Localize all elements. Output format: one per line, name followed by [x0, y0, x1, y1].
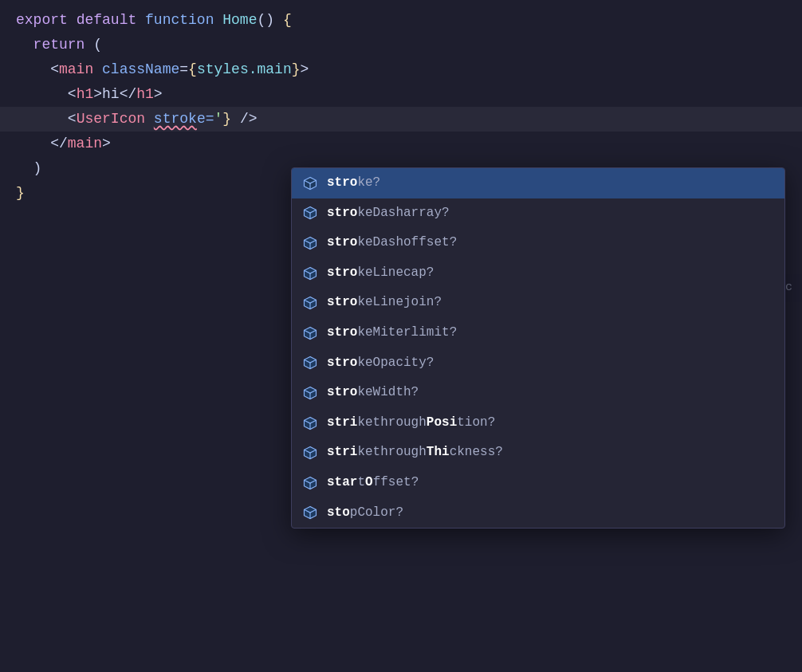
token-return: return	[16, 34, 93, 56]
token-space1	[93, 59, 102, 81]
item-match-bold-12: stopColor?	[327, 503, 403, 524]
item-match-bold-6: strokeMiterlimit?	[327, 323, 457, 344]
token-stroke-attr2: e=	[197, 108, 214, 130]
item-match-bold-10: strikethroughThickness?	[327, 442, 503, 463]
token-selfclose: />	[231, 108, 257, 130]
token-gt2: >	[154, 84, 163, 105]
autocomplete-item-strokedasharray[interactable]: strokeDasharray?	[292, 198, 784, 229]
token-space2	[145, 108, 154, 130]
autocomplete-dropdown[interactable]: stroke? strokeDasharray? strokeDasho	[291, 167, 785, 529]
item-match-bold-8: strokeWidth?	[327, 383, 419, 403]
autocomplete-item-strokedashoffset[interactable]: strokeDashoffset?	[292, 228, 784, 258]
autocomplete-item-stroke[interactable]: stroke?	[292, 168, 784, 198]
code-editor[interactable]: export default function Home() { return …	[0, 0, 802, 672]
token-brace: {	[274, 10, 292, 31]
token-styles-main: styles.main	[197, 59, 292, 81]
token-brace-final: }	[16, 183, 25, 204]
token-quote: '	[214, 108, 222, 130]
token-function: function	[145, 10, 222, 31]
token-gt4: >	[102, 133, 111, 155]
token-stroke-attr: strok	[154, 108, 197, 130]
cube-icon-12	[301, 504, 319, 521]
item-match-bold-5: strokeLinejoin?	[327, 293, 442, 313]
cube-icon-7	[301, 354, 319, 371]
code-line-6: </main>	[0, 132, 802, 156]
code-line-4: <h1>hi</h1>	[0, 82, 802, 107]
token-paren: ()	[257, 10, 274, 31]
code-line-3: <main className={styles.main}>	[0, 57, 802, 82]
code-line-5: <UserIcon stroke='} /> You, now • Uncomm…	[0, 107, 802, 132]
cube-icon-4	[301, 265, 319, 282]
cube-icon-11	[301, 474, 319, 492]
item-match-bold-3: strokeDashoffset?	[327, 233, 457, 253]
token-main-close: main	[68, 133, 102, 155]
token-lt3: <	[16, 108, 77, 130]
item-match-bold-9: strikethroughPosition?	[327, 413, 495, 434]
token-default: default	[77, 10, 145, 31]
code-line-1: export default function Home() {	[0, 8, 802, 33]
cube-icon-10	[301, 444, 319, 462]
token-eq1: =	[179, 59, 188, 81]
autocomplete-item-strikethroughposition[interactable]: strikethroughPosition?	[292, 408, 784, 438]
autocomplete-item-strokelinejoin[interactable]: strokeLinejoin?	[292, 288, 784, 318]
item-match-bold-11: startOffset?	[327, 473, 419, 493]
token-lt1: <	[16, 59, 59, 81]
token-funcname: Home	[222, 10, 257, 31]
cube-icon-1	[301, 175, 319, 192]
token-paren-close: )	[16, 158, 41, 179]
autocomplete-item-strokewidth[interactable]: strokeWidth?	[292, 378, 784, 408]
autocomplete-item-strikethroughthickness[interactable]: strikethroughThickness?	[292, 438, 784, 468]
token-h1-content: >hi</	[93, 84, 136, 105]
token-h1-open: h1	[77, 84, 94, 105]
token-usericon: UserIcon	[77, 108, 145, 130]
cube-icon-2	[301, 204, 319, 222]
code-line-2: return (	[0, 33, 802, 57]
token-classname: className	[102, 59, 179, 81]
token-brace-expr: }	[222, 108, 231, 130]
cube-icon-6	[301, 324, 319, 342]
token-paren2: (	[93, 34, 102, 56]
item-match-bold-4: strokeLinecap?	[327, 263, 434, 284]
item-match-bold-1: stroke?	[327, 173, 380, 194]
token-brace-open1: {	[188, 59, 197, 81]
autocomplete-item-startoffset[interactable]: startOffset?	[292, 468, 784, 498]
token-h1-close: h1	[136, 84, 154, 105]
cube-icon-8	[301, 384, 319, 402]
cube-icon-5	[301, 294, 319, 312]
cube-icon-3	[301, 234, 319, 252]
token-export: export	[16, 10, 77, 31]
autocomplete-item-stopcolor[interactable]: stopColor?	[292, 498, 784, 529]
cube-icon-9	[301, 415, 319, 432]
token-main-open: main	[59, 59, 93, 81]
token-gt1: >	[301, 59, 309, 81]
item-match-bold-2: strokeDasharray?	[327, 203, 450, 224]
token-lt2: <	[16, 84, 77, 105]
autocomplete-item-strokelinecap[interactable]: strokeLinecap?	[292, 258, 784, 289]
autocomplete-item-strokemiterlimit[interactable]: strokeMiterlimit?	[292, 318, 784, 348]
autocomplete-item-strokeopacity[interactable]: strokeOpacity?	[292, 348, 784, 379]
token-brace-close1: }	[292, 59, 301, 81]
item-match-bold-7: strokeOpacity?	[327, 353, 434, 374]
token-lt4: </	[16, 133, 68, 155]
